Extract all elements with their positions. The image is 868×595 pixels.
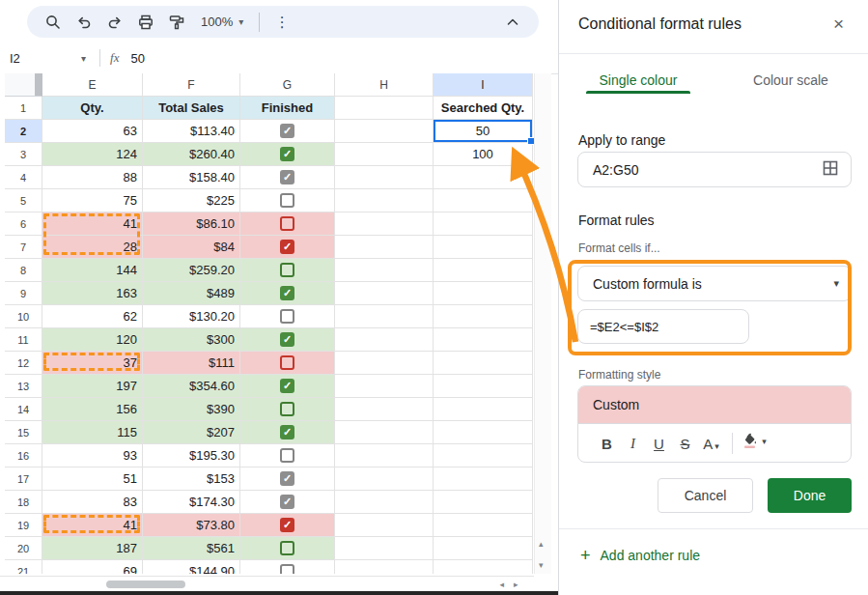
- cell-G12[interactable]: [240, 352, 335, 375]
- header-cell-F1[interactable]: Total Sales: [143, 97, 240, 120]
- cell-I5[interactable]: [434, 189, 533, 212]
- row-header-10[interactable]: 10: [5, 305, 42, 328]
- select-all-corner[interactable]: [5, 73, 42, 97]
- cell-H15[interactable]: [335, 421, 434, 444]
- cell-I10[interactable]: [434, 305, 533, 328]
- cell-E3[interactable]: 124: [42, 143, 143, 166]
- cell-G4[interactable]: ✓: [240, 166, 335, 189]
- name-box[interactable]: I2: [0, 51, 79, 66]
- checkbox-gray-checked[interactable]: ✓: [280, 124, 294, 138]
- cell-F21[interactable]: $144.90: [143, 560, 240, 574]
- print-icon[interactable]: [133, 10, 158, 35]
- cell-H20[interactable]: [335, 537, 434, 560]
- cell-G19[interactable]: ✓: [240, 514, 335, 537]
- cell-G17[interactable]: ✓: [240, 468, 335, 491]
- cell-H7[interactable]: [335, 236, 434, 259]
- checkbox-gray-checked[interactable]: ✓: [280, 170, 294, 184]
- cell-E18[interactable]: 83: [42, 491, 143, 514]
- cell-H16[interactable]: [335, 444, 434, 468]
- cell-F6[interactable]: $86.10: [143, 212, 240, 236]
- checkbox-gray-unchecked[interactable]: [280, 193, 294, 208]
- cancel-button[interactable]: Cancel: [658, 478, 753, 513]
- cell-E12[interactable]: 37: [42, 352, 143, 375]
- cell-F11[interactable]: $300: [143, 328, 240, 352]
- cell-H17[interactable]: [335, 468, 434, 491]
- cell-G21[interactable]: [240, 560, 335, 574]
- header-cell-G1[interactable]: Finished: [240, 97, 335, 120]
- cell-I3[interactable]: 100: [434, 143, 533, 166]
- cell-H3[interactable]: [335, 143, 434, 166]
- strikethrough-icon[interactable]: S: [672, 431, 698, 456]
- search-icon[interactable]: [41, 10, 66, 35]
- cell-G13[interactable]: ✓: [240, 375, 335, 398]
- cell-H18[interactable]: [335, 491, 434, 514]
- checkbox-green-checked[interactable]: ✓: [280, 425, 294, 439]
- cell-I14[interactable]: [434, 398, 533, 421]
- underline-icon[interactable]: U: [646, 431, 672, 456]
- cell-I19[interactable]: [434, 514, 533, 537]
- cell-G16[interactable]: [240, 444, 335, 468]
- cell-E20[interactable]: 187: [42, 537, 143, 560]
- undo-icon[interactable]: [71, 10, 97, 35]
- condition-dropdown[interactable]: Custom formula is ▾: [577, 266, 852, 301]
- row-header-3[interactable]: 3: [5, 143, 42, 166]
- checkbox-green-checked[interactable]: ✓: [280, 332, 294, 347]
- header-cell-H1[interactable]: [335, 97, 434, 120]
- done-button[interactable]: Done: [768, 478, 852, 513]
- formula-input[interactable]: =$E2<=$I$2: [577, 309, 749, 344]
- row-header-21[interactable]: 21: [5, 560, 42, 574]
- cell-F8[interactable]: $259.20: [143, 259, 240, 282]
- scroll-right-icon[interactable]: ▸: [514, 580, 518, 589]
- italic-icon[interactable]: I: [620, 431, 646, 456]
- cell-I16[interactable]: [434, 444, 533, 468]
- cell-H11[interactable]: [335, 328, 434, 352]
- row-header-17[interactable]: 17: [5, 468, 42, 491]
- cell-F4[interactable]: $158.40: [143, 166, 240, 189]
- checkbox-green-unchecked[interactable]: [280, 402, 294, 416]
- row-header-9[interactable]: 9: [5, 282, 42, 305]
- cell-H21[interactable]: [335, 560, 434, 574]
- checkbox-green-checked[interactable]: ✓: [280, 379, 294, 393]
- cell-E16[interactable]: 93: [42, 444, 143, 468]
- column-header-E[interactable]: E: [42, 73, 143, 97]
- cell-G5[interactable]: [240, 189, 335, 212]
- cell-I12[interactable]: [434, 352, 533, 375]
- row-header-16[interactable]: 16: [5, 444, 42, 468]
- cell-I21[interactable]: [434, 560, 533, 574]
- cell-H2[interactable]: [335, 120, 434, 143]
- zoom-control[interactable]: 100% ▾: [195, 14, 249, 29]
- cell-E6[interactable]: 41: [42, 212, 143, 236]
- cell-E2[interactable]: 63: [42, 120, 143, 143]
- row-header-7[interactable]: 7: [5, 236, 42, 259]
- horizontal-scrollbar[interactable]: [0, 576, 534, 592]
- row-header-13[interactable]: 13: [5, 375, 42, 398]
- cell-H10[interactable]: [335, 305, 434, 328]
- checkbox-red-unchecked[interactable]: [280, 355, 294, 370]
- cell-F10[interactable]: $130.20: [143, 305, 240, 328]
- row-header-2[interactable]: 2: [5, 120, 42, 143]
- cell-I6[interactable]: [434, 212, 533, 236]
- checkbox-green-unchecked[interactable]: [280, 263, 294, 277]
- cell-H4[interactable]: [335, 166, 434, 189]
- cell-E5[interactable]: 75: [42, 189, 143, 212]
- cell-I4[interactable]: [434, 166, 533, 189]
- checkbox-green-unchecked[interactable]: [280, 541, 294, 555]
- cell-H6[interactable]: [335, 212, 434, 236]
- checkbox-gray-unchecked[interactable]: [280, 309, 294, 324]
- scroll-down-icon[interactable]: ▾: [539, 560, 544, 570]
- checkbox-red-checked[interactable]: ✓: [280, 240, 294, 254]
- row-header-6[interactable]: 6: [5, 212, 42, 236]
- range-input[interactable]: A2:G50: [577, 152, 852, 187]
- cell-E17[interactable]: 51: [42, 468, 143, 491]
- cell-F17[interactable]: $153: [143, 468, 240, 491]
- cell-E7[interactable]: 28: [42, 236, 143, 259]
- cell-I2[interactable]: 50: [434, 120, 533, 143]
- row-header-18[interactable]: 18: [5, 491, 42, 514]
- cell-F15[interactable]: $207: [143, 421, 240, 444]
- cell-G14[interactable]: [240, 398, 335, 421]
- cell-F14[interactable]: $390: [143, 398, 240, 421]
- row-header-15[interactable]: 15: [5, 421, 42, 444]
- checkbox-gray-checked[interactable]: ✓: [280, 471, 294, 486]
- cell-E9[interactable]: 163: [42, 282, 143, 305]
- row-header-5[interactable]: 5: [5, 189, 42, 212]
